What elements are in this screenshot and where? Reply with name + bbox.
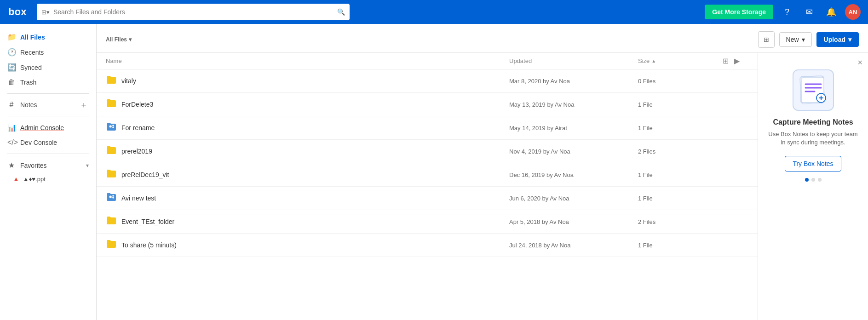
chevron-down-icon: ▾	[802, 36, 805, 43]
clock-icon: 🕐	[7, 48, 16, 57]
sidebar-label-all-files: All Files	[20, 34, 45, 41]
col-size[interactable]: Size ▲	[638, 57, 721, 64]
file-name-cell: prerel2019	[106, 144, 509, 158]
file-name: Event_TEst_folder	[121, 218, 174, 225]
toolbar: All Files ▾ ⊞ New ▾ Upload ▾	[97, 24, 868, 53]
star-icon: ★	[7, 161, 16, 170]
new-label: New	[786, 36, 799, 43]
sidebar-divider-2	[7, 116, 89, 116]
upload-button[interactable]: Upload ▾	[816, 32, 859, 47]
size-cell: 1 File	[638, 101, 721, 108]
code-icon: </>	[7, 138, 16, 147]
box-logo[interactable]: box	[7, 5, 31, 19]
sidebar-item-notes[interactable]: # Notes ＋	[0, 97, 96, 112]
sidebar-item-recents[interactable]: 🕐 Recents	[0, 45, 96, 60]
table-row[interactable]: vitaly Mar 8, 2020 by Av Noa 0 Files	[97, 69, 758, 93]
file-name: preRelDec19_vit	[121, 171, 169, 178]
get-storage-button[interactable]: Get More Storage	[705, 5, 773, 19]
main-content: All Files ▾ ⊞ New ▾ Upload ▾ Name U	[97, 24, 868, 320]
folder-icon: 📁	[7, 33, 16, 41]
file-name: Avi new test	[121, 194, 156, 202]
table-row[interactable]: prerel2019 Nov 4, 2019 by Av Noa 2 Files	[97, 140, 758, 163]
sidebar-item-all-files[interactable]: 📁 All Files	[0, 29, 96, 45]
search-icon: 🔍	[337, 8, 345, 16]
table-row[interactable]: Avi new test Jun 6, 2020 by Av Noa 1 Fil…	[97, 187, 758, 210]
folder-icon	[106, 191, 117, 205]
folder-icon	[106, 168, 117, 182]
all-files-button[interactable]: All Files ▾	[106, 36, 132, 43]
sidebar: 📁 All Files 🕐 Recents 🔄 Synced 🗑 Trash #…	[0, 24, 97, 320]
svg-line-10	[111, 197, 112, 198]
file-table: Name Updated Size ▲ ⊞ ▶ vitaly	[97, 53, 758, 320]
search-input[interactable]	[53, 8, 333, 16]
table-row[interactable]: ForDelete3 May 13, 2019 by Av Noa 1 File	[97, 93, 758, 116]
sidebar-item-admin-console[interactable]: 📊 Admin Console	[0, 120, 96, 135]
sidebar-divider-3	[7, 154, 89, 154]
chevron-down-icon: ▾	[848, 36, 851, 43]
trash-icon: 🗑	[7, 78, 16, 86]
dot-2	[811, 178, 815, 182]
filter-icon[interactable]: ⊞▾	[41, 9, 50, 16]
notes-image	[793, 69, 834, 111]
grid-view-button[interactable]: ⊞	[721, 57, 730, 65]
user-avatar[interactable]: AN	[845, 4, 861, 20]
add-note-button[interactable]: ＋	[79, 101, 89, 109]
filter-button[interactable]: ⊞	[758, 31, 775, 48]
updated-cell: Jul 24, 2018 by Av Noa	[509, 242, 638, 249]
chart-icon: 📊	[7, 123, 16, 132]
sidebar-item-favorites[interactable]: ★ Favorites ▾	[0, 158, 96, 173]
help-icon: ?	[785, 7, 789, 17]
main-layout: 📁 All Files 🕐 Recents 🔄 Synced 🗑 Trash #…	[0, 24, 868, 320]
notifications-button[interactable]: 🔔	[823, 4, 839, 20]
table-row[interactable]: For rename May 14, 2019 by Airat 1 File	[97, 116, 758, 140]
chevron-down-icon: ▾	[129, 36, 132, 43]
expand-button[interactable]: ▶	[732, 57, 742, 65]
size-cell: 2 Files	[638, 218, 721, 225]
file-rows-container: vitaly Mar 8, 2020 by Av Noa 0 Files For…	[97, 69, 758, 257]
col-name: Name	[106, 57, 509, 64]
panel-dots	[765, 178, 861, 182]
sidebar-file-label: ▲♦♥.ppt	[23, 176, 46, 183]
sidebar-file-item[interactable]: ▲ ▲♦♥.ppt	[0, 173, 96, 185]
file-name-cell: preRelDec19_vit	[106, 168, 509, 182]
size-cell: 0 Files	[638, 78, 721, 85]
file-name-cell: Event_TEst_folder	[106, 215, 509, 229]
updated-cell: Mar 8, 2020 by Av Noa	[509, 78, 638, 85]
col-updated: Updated	[509, 57, 638, 64]
close-panel-button[interactable]: ×	[857, 58, 862, 67]
sidebar-label-favorites: Favorites	[20, 162, 47, 169]
table-row[interactable]: Event_TEst_folder Apr 5, 2018 by Av Noa …	[97, 210, 758, 234]
svg-point-1	[109, 126, 112, 128]
svg-text:box: box	[8, 6, 27, 17]
size-cell: 2 Files	[638, 148, 721, 155]
side-panel: ×	[758, 53, 868, 320]
file-name-cell: To share (5 minuts)	[106, 238, 509, 252]
sidebar-item-dev-console[interactable]: </> Dev Console	[0, 135, 96, 150]
updated-cell: Nov 4, 2019 by Av Noa	[509, 148, 638, 155]
svg-point-3	[112, 126, 114, 128]
updated-cell: Jun 6, 2020 by Av Noa	[509, 195, 638, 202]
file-name: vitaly	[121, 77, 136, 85]
sidebar-label-notes: Notes	[20, 101, 37, 109]
sidebar-divider-1	[7, 93, 89, 94]
sidebar-item-synced[interactable]: 🔄 Synced	[0, 60, 96, 75]
new-button[interactable]: New ▾	[779, 32, 812, 47]
size-cell: 1 File	[638, 171, 721, 178]
file-name-cell: Avi new test	[106, 191, 509, 205]
folder-icon	[106, 238, 117, 252]
size-cell: 1 File	[638, 125, 721, 131]
table-row[interactable]: To share (5 minuts) Jul 24, 2018 by Av N…	[97, 234, 758, 257]
sync-icon: 🔄	[7, 63, 16, 72]
help-button[interactable]: ?	[779, 4, 795, 20]
folder-icon	[106, 144, 117, 158]
header: box ⊞▾ 🔍 Get More Storage ? ✉ 🔔 AN	[0, 0, 868, 24]
messages-button[interactable]: ✉	[801, 4, 817, 20]
try-box-notes-button[interactable]: Try Box Notes	[785, 156, 841, 171]
file-list: Name Updated Size ▲ ⊞ ▶ vitaly	[97, 53, 868, 320]
panel-description: Use Box Notes to keep your team in sync …	[765, 130, 861, 147]
svg-line-9	[111, 196, 112, 197]
table-row[interactable]: preRelDec19_vit Dec 16, 2019 by Av Noa 1…	[97, 163, 758, 187]
sidebar-item-trash[interactable]: 🗑 Trash	[0, 75, 96, 90]
folder-icon	[106, 97, 117, 111]
ppt-file-icon: ▲	[13, 175, 19, 183]
